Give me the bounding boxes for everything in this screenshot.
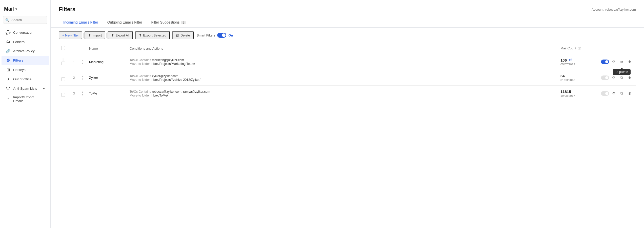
app-title-header[interactable]: Mail ▾ xyxy=(0,4,50,16)
nav-label-folders: Folders xyxy=(13,40,25,44)
refresh-icon-0[interactable]: ↺ xyxy=(569,58,572,62)
row-num-2: 3 xyxy=(69,86,79,101)
nav-arrow-anti-spam: ▾ xyxy=(43,86,45,90)
filter-edit-icon-btn-2[interactable]: ⚗ xyxy=(610,90,617,97)
search-icon: 🔍 xyxy=(5,18,9,22)
nav-icon-import-export: ↕ xyxy=(6,97,11,101)
sidebar-item-archive-policy[interactable]: 🔗 Archive Policy xyxy=(2,46,49,56)
smart-filters-wrap: Smart Filters On xyxy=(197,33,233,38)
mail-count-date-2: 19/08/2017 xyxy=(560,94,596,97)
tab-suggestions[interactable]: Filter Suggestions9 xyxy=(147,18,190,27)
order-down-2[interactable]: ▼ xyxy=(82,93,84,96)
col-header-name: Name xyxy=(87,43,127,54)
row-name-2: ToMe xyxy=(87,86,127,101)
tab-label-suggestions: Filter Suggestions xyxy=(151,20,179,24)
delete-row-icon-btn-0[interactable]: 🗑 xyxy=(626,58,633,65)
nav-label-import-export: Import/Export Emails xyxy=(13,95,45,103)
col-header-check xyxy=(59,43,69,54)
duplicate-tooltip: Duplicate xyxy=(613,69,631,75)
row-actions-2: ⚗ ⧉ 🗑 xyxy=(598,86,636,101)
row-order-1: ▲ ▼ xyxy=(79,70,87,86)
drag-handle[interactable]: ⠿ xyxy=(61,58,64,62)
row-conditions-0: To/Cc Contains marketing@zylker.com Move… xyxy=(127,54,558,70)
sidebar-item-filters[interactable]: ⚙ Filters xyxy=(2,56,49,65)
order-up-1[interactable]: ▲ xyxy=(82,75,84,78)
search-input[interactable] xyxy=(3,16,47,24)
toggle-slider xyxy=(217,33,226,38)
import-button[interactable]: ⬆ Import xyxy=(85,31,105,39)
action-label-2: Move-to folder xyxy=(130,94,151,97)
tab-incoming[interactable]: Incoming Emails Filter xyxy=(59,18,103,27)
condition-label-0: To/Cc Contains xyxy=(130,58,152,62)
sidebar-item-import-export[interactable]: ↕ Import/Export Emails xyxy=(2,93,49,105)
row-toggle-0[interactable] xyxy=(601,60,609,64)
smart-filters-toggle[interactable] xyxy=(217,33,226,38)
nav-label-archive-policy: Archive Policy xyxy=(13,49,35,53)
export-selected-button[interactable]: ⬆ Export Selected xyxy=(135,31,170,39)
mail-count-num-1: 64 xyxy=(560,74,565,78)
new-filter-button[interactable]: + New filter xyxy=(59,31,82,39)
delete-row-icon-btn-1[interactable]: 🗑 xyxy=(626,74,633,81)
nav-icon-out-of-office: ✈ xyxy=(6,77,11,82)
export-all-button[interactable]: ⬆ Export All xyxy=(108,31,133,39)
sidebar-item-folders[interactable]: 🗂 Folders xyxy=(2,37,49,46)
nav-label-hotkeys: Hotkeys xyxy=(13,68,26,72)
order-down-0[interactable]: ▼ xyxy=(82,62,84,65)
row-order-0: ▲ ▼ xyxy=(79,54,87,70)
row-toggle-1[interactable] xyxy=(601,75,609,80)
select-all-checkbox[interactable] xyxy=(61,46,65,50)
delete-row-icon-btn-2[interactable]: 🗑 xyxy=(626,90,633,97)
duplicate-icon-btn[interactable]: ⧉ xyxy=(618,58,625,65)
order-down-1[interactable]: ▼ xyxy=(82,78,84,80)
row-checkbox-1[interactable] xyxy=(61,77,65,81)
row-conditions-2: To/Cc Contains rebecca@zylker.com, ramya… xyxy=(127,86,558,101)
col-header-mailcount: Mail Count ⓘ xyxy=(558,43,598,54)
row-checkbox-0[interactable] xyxy=(61,62,65,65)
delete-label: Delete xyxy=(180,33,190,37)
action-value-0: Inbox/Projects/Marketing Team/ xyxy=(151,62,195,66)
order-arrows-0[interactable]: ▲ ▼ xyxy=(82,59,84,65)
duplicate-icon-btn-2[interactable]: ⧉ xyxy=(618,90,625,97)
duplicate-icon-btn-1[interactable]: ⧉ xyxy=(618,74,625,81)
row-toggle-2[interactable] xyxy=(601,91,609,96)
filters-table: Name Conditions and Actions Mail Count ⓘ… xyxy=(59,43,636,101)
sidebar-item-hotkeys[interactable]: ⊞ Hotkeys xyxy=(2,65,49,74)
sidebar-item-out-of-office[interactable]: ✈ Out of office xyxy=(2,74,49,84)
main-content: Filters Account: rebecca@zylker.com Inco… xyxy=(51,0,644,228)
filters-table-wrap: Name Conditions and Actions Mail Count ⓘ… xyxy=(51,43,644,228)
nav-list: 💬 Conversation🗂 Folders🔗 Archive Policy⚙… xyxy=(0,28,50,105)
import-label: Import xyxy=(92,33,102,37)
sidebar: Mail ▾ 🔍 💬 Conversation🗂 Folders🔗 Archiv… xyxy=(0,0,51,228)
mail-count-date-0: 05/07/2022 xyxy=(560,63,596,66)
app-title-chevron: ▾ xyxy=(15,7,17,11)
delete-button[interactable]: 🗑 Delete xyxy=(172,31,194,39)
order-up-0[interactable]: ▲ xyxy=(82,59,84,62)
sep4 xyxy=(171,33,171,38)
row-check-cell: ⠿ xyxy=(59,54,69,70)
row-toggle-slider-0 xyxy=(601,60,609,64)
order-up-2[interactable]: ▲ xyxy=(82,91,84,93)
order-arrows-1[interactable]: ▲ ▼ xyxy=(82,75,84,80)
nav-label-out-of-office: Out of office xyxy=(13,77,32,81)
page-title-row: Filters Account: rebecca@zylker.com xyxy=(59,6,636,13)
filter-edit-icon-btn-0[interactable]: ⚗ xyxy=(610,58,617,65)
row-toggle-slider-2 xyxy=(601,91,609,96)
account-email: rebecca@zylker.com xyxy=(605,8,636,11)
order-arrows-2[interactable]: ▲ ▼ xyxy=(82,91,84,96)
row-number-0: 1 xyxy=(73,60,75,64)
condition-label-2: To/Cc Contains xyxy=(130,90,152,93)
nav-icon-filters: ⚙ xyxy=(6,58,11,63)
sidebar-item-anti-spam[interactable]: 🛡 Anti-Spam Lists ▾ xyxy=(2,84,49,93)
sidebar-item-conversation[interactable]: 💬 Conversation xyxy=(2,28,49,37)
table-header-row: Name Conditions and Actions Mail Count ⓘ xyxy=(59,43,636,54)
nav-icon-folders: 🗂 xyxy=(6,40,11,44)
row-mailcount-0: 106 ↺ 05/07/2022 xyxy=(558,54,598,70)
sep2 xyxy=(106,33,107,38)
tab-outgoing[interactable]: Outgoing Emails Filter xyxy=(103,18,147,27)
main-header: Filters Account: rebecca@zylker.com Inco… xyxy=(51,0,644,28)
row-checkbox-2[interactable] xyxy=(61,93,65,97)
filter-edit-icon-btn-1[interactable]: ⚗ xyxy=(610,74,617,81)
row-mailcount-1: 64 01/03/2018 xyxy=(558,70,598,86)
tab-badge-suggestions: 9 xyxy=(181,21,186,24)
nav-label-anti-spam: Anti-Spam Lists xyxy=(13,87,37,90)
